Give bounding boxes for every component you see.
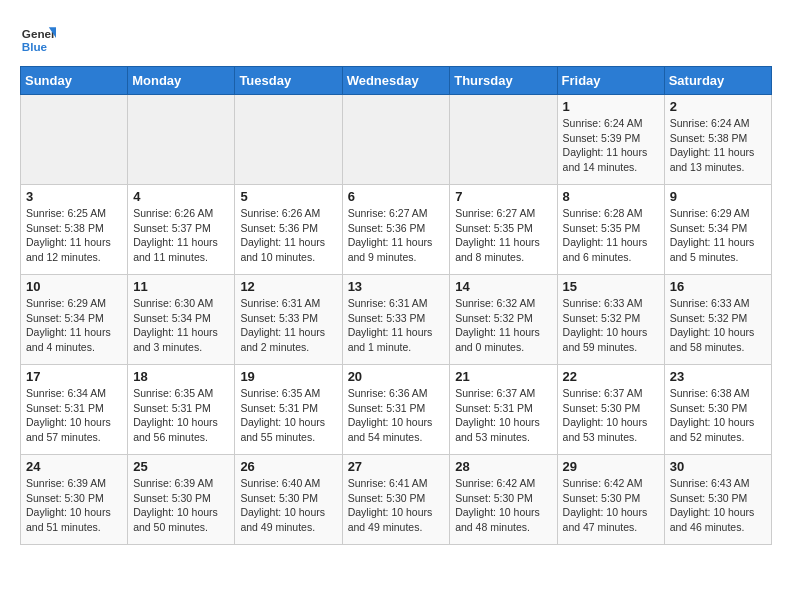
day-cell: [128, 95, 235, 185]
day-info: Sunrise: 6:24 AM Sunset: 5:38 PM Dayligh…: [670, 116, 766, 175]
calendar: SundayMondayTuesdayWednesdayThursdayFrid…: [20, 66, 772, 545]
week-row-5: 24Sunrise: 6:39 AM Sunset: 5:30 PM Dayli…: [21, 455, 772, 545]
weekday-header-thursday: Thursday: [450, 67, 557, 95]
weekday-header-tuesday: Tuesday: [235, 67, 342, 95]
day-number: 2: [670, 99, 766, 114]
day-number: 22: [563, 369, 659, 384]
day-info: Sunrise: 6:36 AM Sunset: 5:31 PM Dayligh…: [348, 386, 445, 445]
day-number: 11: [133, 279, 229, 294]
day-number: 12: [240, 279, 336, 294]
day-cell: 5Sunrise: 6:26 AM Sunset: 5:36 PM Daylig…: [235, 185, 342, 275]
day-cell: 23Sunrise: 6:38 AM Sunset: 5:30 PM Dayli…: [664, 365, 771, 455]
day-info: Sunrise: 6:41 AM Sunset: 5:30 PM Dayligh…: [348, 476, 445, 535]
day-number: 18: [133, 369, 229, 384]
day-cell: 30Sunrise: 6:43 AM Sunset: 5:30 PM Dayli…: [664, 455, 771, 545]
day-cell: [450, 95, 557, 185]
day-info: Sunrise: 6:33 AM Sunset: 5:32 PM Dayligh…: [563, 296, 659, 355]
day-cell: 15Sunrise: 6:33 AM Sunset: 5:32 PM Dayli…: [557, 275, 664, 365]
day-cell: 7Sunrise: 6:27 AM Sunset: 5:35 PM Daylig…: [450, 185, 557, 275]
day-number: 10: [26, 279, 122, 294]
day-cell: 2Sunrise: 6:24 AM Sunset: 5:38 PM Daylig…: [664, 95, 771, 185]
day-info: Sunrise: 6:30 AM Sunset: 5:34 PM Dayligh…: [133, 296, 229, 355]
weekday-header-wednesday: Wednesday: [342, 67, 450, 95]
day-cell: 27Sunrise: 6:41 AM Sunset: 5:30 PM Dayli…: [342, 455, 450, 545]
day-cell: 21Sunrise: 6:37 AM Sunset: 5:31 PM Dayli…: [450, 365, 557, 455]
day-cell: 16Sunrise: 6:33 AM Sunset: 5:32 PM Dayli…: [664, 275, 771, 365]
day-cell: [21, 95, 128, 185]
day-cell: 18Sunrise: 6:35 AM Sunset: 5:31 PM Dayli…: [128, 365, 235, 455]
day-number: 5: [240, 189, 336, 204]
day-number: 27: [348, 459, 445, 474]
day-info: Sunrise: 6:31 AM Sunset: 5:33 PM Dayligh…: [240, 296, 336, 355]
day-info: Sunrise: 6:29 AM Sunset: 5:34 PM Dayligh…: [26, 296, 122, 355]
day-number: 24: [26, 459, 122, 474]
day-info: Sunrise: 6:39 AM Sunset: 5:30 PM Dayligh…: [133, 476, 229, 535]
day-info: Sunrise: 6:24 AM Sunset: 5:39 PM Dayligh…: [563, 116, 659, 175]
week-row-1: 1Sunrise: 6:24 AM Sunset: 5:39 PM Daylig…: [21, 95, 772, 185]
day-info: Sunrise: 6:39 AM Sunset: 5:30 PM Dayligh…: [26, 476, 122, 535]
day-info: Sunrise: 6:26 AM Sunset: 5:37 PM Dayligh…: [133, 206, 229, 265]
day-cell: [342, 95, 450, 185]
day-cell: 6Sunrise: 6:27 AM Sunset: 5:36 PM Daylig…: [342, 185, 450, 275]
week-row-2: 3Sunrise: 6:25 AM Sunset: 5:38 PM Daylig…: [21, 185, 772, 275]
day-cell: 14Sunrise: 6:32 AM Sunset: 5:32 PM Dayli…: [450, 275, 557, 365]
day-number: 26: [240, 459, 336, 474]
logo: General Blue: [20, 20, 60, 56]
weekday-header-row: SundayMondayTuesdayWednesdayThursdayFrid…: [21, 67, 772, 95]
day-cell: 20Sunrise: 6:36 AM Sunset: 5:31 PM Dayli…: [342, 365, 450, 455]
day-number: 6: [348, 189, 445, 204]
day-number: 9: [670, 189, 766, 204]
day-number: 20: [348, 369, 445, 384]
day-info: Sunrise: 6:28 AM Sunset: 5:35 PM Dayligh…: [563, 206, 659, 265]
day-info: Sunrise: 6:40 AM Sunset: 5:30 PM Dayligh…: [240, 476, 336, 535]
week-row-4: 17Sunrise: 6:34 AM Sunset: 5:31 PM Dayli…: [21, 365, 772, 455]
day-cell: [235, 95, 342, 185]
day-info: Sunrise: 6:43 AM Sunset: 5:30 PM Dayligh…: [670, 476, 766, 535]
day-info: Sunrise: 6:26 AM Sunset: 5:36 PM Dayligh…: [240, 206, 336, 265]
day-cell: 1Sunrise: 6:24 AM Sunset: 5:39 PM Daylig…: [557, 95, 664, 185]
day-info: Sunrise: 6:38 AM Sunset: 5:30 PM Dayligh…: [670, 386, 766, 445]
day-cell: 9Sunrise: 6:29 AM Sunset: 5:34 PM Daylig…: [664, 185, 771, 275]
day-number: 30: [670, 459, 766, 474]
day-info: Sunrise: 6:25 AM Sunset: 5:38 PM Dayligh…: [26, 206, 122, 265]
day-cell: 29Sunrise: 6:42 AM Sunset: 5:30 PM Dayli…: [557, 455, 664, 545]
day-number: 19: [240, 369, 336, 384]
day-cell: 22Sunrise: 6:37 AM Sunset: 5:30 PM Dayli…: [557, 365, 664, 455]
day-cell: 28Sunrise: 6:42 AM Sunset: 5:30 PM Dayli…: [450, 455, 557, 545]
week-row-3: 10Sunrise: 6:29 AM Sunset: 5:34 PM Dayli…: [21, 275, 772, 365]
day-number: 1: [563, 99, 659, 114]
day-cell: 10Sunrise: 6:29 AM Sunset: 5:34 PM Dayli…: [21, 275, 128, 365]
day-number: 14: [455, 279, 551, 294]
weekday-header-saturday: Saturday: [664, 67, 771, 95]
day-info: Sunrise: 6:35 AM Sunset: 5:31 PM Dayligh…: [133, 386, 229, 445]
day-info: Sunrise: 6:42 AM Sunset: 5:30 PM Dayligh…: [455, 476, 551, 535]
day-number: 17: [26, 369, 122, 384]
day-info: Sunrise: 6:27 AM Sunset: 5:36 PM Dayligh…: [348, 206, 445, 265]
day-number: 15: [563, 279, 659, 294]
header: General Blue: [20, 20, 772, 56]
day-cell: 19Sunrise: 6:35 AM Sunset: 5:31 PM Dayli…: [235, 365, 342, 455]
day-number: 4: [133, 189, 229, 204]
day-number: 21: [455, 369, 551, 384]
day-info: Sunrise: 6:31 AM Sunset: 5:33 PM Dayligh…: [348, 296, 445, 355]
day-number: 25: [133, 459, 229, 474]
weekday-header-monday: Monday: [128, 67, 235, 95]
day-number: 7: [455, 189, 551, 204]
day-cell: 3Sunrise: 6:25 AM Sunset: 5:38 PM Daylig…: [21, 185, 128, 275]
day-cell: 24Sunrise: 6:39 AM Sunset: 5:30 PM Dayli…: [21, 455, 128, 545]
day-cell: 8Sunrise: 6:28 AM Sunset: 5:35 PM Daylig…: [557, 185, 664, 275]
day-number: 16: [670, 279, 766, 294]
day-info: Sunrise: 6:32 AM Sunset: 5:32 PM Dayligh…: [455, 296, 551, 355]
day-cell: 25Sunrise: 6:39 AM Sunset: 5:30 PM Dayli…: [128, 455, 235, 545]
day-info: Sunrise: 6:29 AM Sunset: 5:34 PM Dayligh…: [670, 206, 766, 265]
day-number: 28: [455, 459, 551, 474]
day-info: Sunrise: 6:42 AM Sunset: 5:30 PM Dayligh…: [563, 476, 659, 535]
day-number: 3: [26, 189, 122, 204]
day-info: Sunrise: 6:37 AM Sunset: 5:30 PM Dayligh…: [563, 386, 659, 445]
day-number: 8: [563, 189, 659, 204]
day-info: Sunrise: 6:27 AM Sunset: 5:35 PM Dayligh…: [455, 206, 551, 265]
day-cell: 13Sunrise: 6:31 AM Sunset: 5:33 PM Dayli…: [342, 275, 450, 365]
day-info: Sunrise: 6:33 AM Sunset: 5:32 PM Dayligh…: [670, 296, 766, 355]
day-cell: 4Sunrise: 6:26 AM Sunset: 5:37 PM Daylig…: [128, 185, 235, 275]
weekday-header-friday: Friday: [557, 67, 664, 95]
